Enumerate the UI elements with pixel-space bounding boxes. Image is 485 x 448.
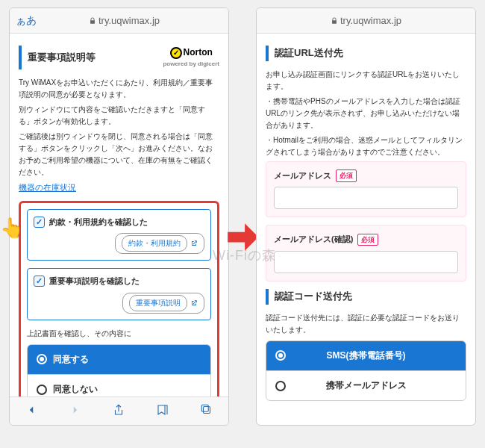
email-confirm-input[interactable]	[274, 251, 458, 273]
svg-rect-1	[201, 405, 208, 411]
tabs-button[interactable]	[200, 403, 213, 420]
page-content: 認証URL送付先 お申し込み認証画面にリンクする認証URLをお送りいたします。 …	[257, 34, 475, 408]
text-size-control[interactable]: ぁあ	[16, 14, 37, 28]
terms-checkbox[interactable]: ✓	[34, 217, 45, 228]
watermark: Wi-Fiの森	[213, 246, 276, 264]
url-display[interactable]: try.uqwimax.jp	[331, 15, 401, 26]
norton-check-icon: ✓	[170, 47, 182, 59]
intro-text: 別ウィンドウにて内容をご確認いただきますと「同意する」ボタンが有効化します。	[19, 104, 219, 128]
email-confirm-block: メールアドレス(確認)必須	[266, 225, 466, 281]
required-badge: 必須	[336, 169, 357, 181]
agree-radio[interactable]: 同意する	[28, 345, 210, 375]
phone-right: try.uqwimax.jp 認証URL送付先 お申し込み認証画面にリンクする認…	[256, 7, 476, 426]
share-button[interactable]	[112, 403, 125, 420]
radio-icon	[37, 354, 47, 364]
terms-label: 約款・利用規約を確認した	[49, 216, 148, 229]
required-badge: 必須	[357, 234, 378, 246]
field-label: メールアドレス	[274, 169, 331, 183]
agree-radio-group: 同意する 同意しない	[27, 344, 211, 405]
bookmarks-button[interactable]	[156, 403, 169, 420]
radio-icon	[275, 381, 286, 391]
radio-icon	[275, 350, 286, 361]
pointer-hand-icon: 👆	[0, 217, 24, 240]
confirm-note: 上記書面を確認し、その内容に	[27, 328, 211, 340]
terms-open-button[interactable]: 約款・利用規約	[115, 233, 204, 254]
email-input[interactable]	[274, 187, 458, 209]
section-heading: 認証URL送付先	[266, 46, 466, 61]
forward-button[interactable]	[69, 403, 82, 420]
important-checkbox[interactable]: ✓	[34, 276, 45, 287]
url-bar: ぁあ try.uqwimax.jp	[10, 8, 228, 34]
svg-rect-0	[203, 406, 210, 413]
field-label: メールアドレス(確認)	[274, 233, 353, 246]
radio-icon	[37, 385, 47, 395]
back-button[interactable]	[25, 403, 38, 420]
external-icon	[190, 240, 198, 247]
lock-icon	[89, 17, 96, 25]
external-icon	[190, 299, 198, 307]
section-heading: 重要事項説明等 ✓Norton powered by digicert	[19, 46, 219, 69]
browser-toolbar	[10, 396, 228, 425]
norton-badge[interactable]: ✓Norton powered by digicert	[163, 46, 219, 69]
sms-radio[interactable]: SMS(携帯電話番号)	[266, 341, 466, 371]
stock-link[interactable]: 機器の在庫状況	[19, 183, 76, 192]
terms-check-block: ✓ 約款・利用規約を確認した 約款・利用規約	[27, 209, 211, 261]
info-text: お申し込み認証画面にリンクする認証URLをお送りいたします。	[266, 69, 466, 93]
mobile-mail-radio[interactable]: 携帯メールアドレス	[266, 371, 466, 400]
code-dest-group: SMS(携帯電話番号) 携帯メールアドレス	[266, 340, 466, 401]
section-heading: 認証コード送付先	[266, 289, 466, 305]
intro-text: ご確認後は別ウィンドウを閉じ、同意される場合は「同意する」ボタンをクリックし「次…	[19, 131, 219, 178]
intro-text: Try WiMAXをお申込いただくにあたり、利用規約／重要事項説明の同意が必要と…	[19, 77, 219, 101]
info-text: 認証コード送付先には、認証に必要な認証コードをお送りいたします。	[266, 312, 466, 336]
lock-icon	[331, 17, 338, 25]
url-bar: try.uqwimax.jp	[257, 8, 475, 34]
url-display[interactable]: try.uqwimax.jp	[89, 15, 160, 26]
info-text: ・Hotmailをご利用の場合、迷惑メールとしてフィルタリングされてしまう場合が…	[266, 134, 466, 158]
info-text: ・携帯電話やPHSのメールアドレスを入力した場合は認証URLのリンク先が表示され…	[266, 96, 466, 131]
highlight-box: ✓ 約款・利用規約を確認した 約款・利用規約 ✓ 重要事項説明を確認した 重要事…	[19, 201, 219, 414]
important-label: 重要事項説明を確認した	[49, 275, 140, 288]
important-check-block: ✓ 重要事項説明を確認した 重要事項説明	[27, 268, 211, 320]
page-content: 重要事項説明等 ✓Norton powered by digicert Try …	[10, 34, 228, 420]
phone-left: ぁあ try.uqwimax.jp 重要事項説明等 ✓Norton powere…	[9, 7, 229, 426]
email-field-block: メールアドレス必須	[266, 161, 466, 218]
important-open-button[interactable]: 重要事項説明	[122, 293, 204, 314]
